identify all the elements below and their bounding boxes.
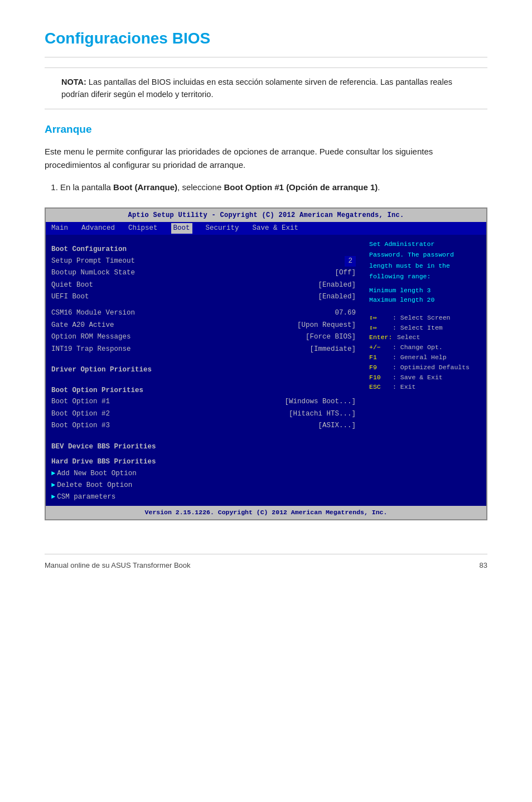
bios-menu-chipset[interactable]: Chipset — [128, 223, 158, 234]
bios-row-boot-config: Boot Configuration — [51, 244, 356, 255]
bios-body: Boot Configuration Setup Prompt Timeout … — [46, 235, 486, 503]
bios-row-csm16: CSM16 Module Version 07.69 — [51, 307, 356, 319]
bios-hard-drive: Hard Drive BBS Priorities — [51, 457, 356, 467]
bios-menu-save-exit[interactable]: Save & Exit — [253, 223, 299, 234]
note-text: Las pantallas del BIOS incluidas en esta… — [61, 78, 452, 99]
bios-row-setup-prompt[interactable]: Setup Prompt Timeout 2 — [51, 255, 356, 267]
bios-help-max: Maximum length 20 — [369, 295, 481, 305]
bios-right-column: Set Administrator Password. The password… — [364, 239, 486, 503]
footer-left: Manual online de su ASUS Transformer Boo… — [45, 560, 191, 571]
bios-row-gate-a20[interactable]: Gate A20 Active [Upon Request] — [51, 320, 356, 331]
note-box: NOTA: Las pantallas del BIOS incluidas e… — [45, 67, 487, 109]
bios-row-int19[interactable]: INT19 Trap Response [Immediate] — [51, 344, 356, 355]
section-body: Este menu le permite configurar las prio… — [45, 145, 487, 172]
bios-legend-esc: ESC : Exit — [369, 382, 481, 392]
step1-text: En la pantalla — [60, 182, 113, 192]
step1-mid: , seleccione — [177, 182, 224, 192]
bios-legend-select-item: ⇕⇔ : Select Item — [369, 323, 481, 333]
bios-legend-change: +/− : Change Opt. — [369, 342, 481, 352]
step1-end: . — [378, 182, 380, 192]
bios-row-driver-priorities: Driver Option Priorities — [51, 365, 356, 375]
bios-row-quiet-boot[interactable]: Quiet Boot [Enabled] — [51, 279, 356, 291]
bios-row-boot-priorities: Boot Option Priorities — [51, 385, 356, 396]
bios-help-title: Set Administrator — [369, 239, 481, 249]
bios-row-boot-opt3[interactable]: Boot Option #3 [ASIX...] — [51, 420, 356, 432]
step1-bold1: Boot (Arranque) — [113, 182, 177, 192]
bios-row-boot-opt1[interactable]: Boot Option #1 [Windows Boot...] — [51, 396, 356, 408]
numbered-list: En la pantalla Boot (Arranque), seleccio… — [45, 181, 487, 194]
bios-footer: Version 2.15.1226. Copyright (C) 2012 Am… — [46, 506, 486, 519]
bios-help-line1: Password. The password — [369, 250, 481, 259]
section-title: Arranque — [45, 122, 487, 138]
bios-legend-f10: F10 : Save & Exit — [369, 373, 481, 383]
bios-legend: ⇕⇔ : Select Screen ⇕⇔ : Select Item Ente… — [369, 313, 481, 393]
bios-delete-boot[interactable]: ► Delete Boot Option — [51, 480, 356, 491]
bios-left-column: Boot Configuration Setup Prompt Timeout … — [46, 239, 364, 503]
bios-menu-security[interactable]: Security — [206, 223, 239, 234]
bios-row-option-rom[interactable]: Option ROM Messages [Force BIOS] — [51, 331, 356, 343]
bios-legend-f9: F9 : Optimized Defaults — [369, 363, 481, 373]
footer-right: 83 — [480, 560, 487, 571]
bios-menu-bar: Main Advanced Chipset Boot Security Save… — [46, 222, 486, 235]
note-label: NOTA: — [61, 78, 86, 86]
bios-row-numlock[interactable]: Bootup NumLock State [Off] — [51, 267, 356, 279]
step1-bold2: Boot Option #1 (Opción de arranque 1) — [224, 182, 378, 192]
bios-legend-enter: Enter: Select — [369, 332, 481, 342]
list-item-1: En la pantalla Boot (Arranque), seleccio… — [60, 181, 487, 194]
page-footer: Manual online de su ASUS Transformer Boo… — [45, 554, 487, 571]
bios-bev-device: BEV Device BBS Priorities — [51, 442, 356, 452]
bios-menu-advanced[interactable]: Advanced — [81, 223, 115, 234]
bios-row-uefi-boot[interactable]: UEFI Boot [Enabled] — [51, 291, 356, 303]
bios-help-min: Minimum length 3 — [369, 286, 481, 295]
bios-legend-select-screen: ⇕⇔ : Select Screen — [369, 313, 481, 323]
bios-row-boot-opt2[interactable]: Boot Option #2 [Hitachi HTS...] — [51, 408, 356, 420]
bios-title-bar: Aptio Setup Utility - Copyright (C) 2012… — [46, 209, 486, 222]
bios-csm-parameters[interactable]: ► CSM parameters — [51, 491, 356, 503]
bios-help-line3: following range: — [369, 272, 481, 281]
bios-legend-f1: F1 : General Help — [369, 352, 481, 363]
bios-screen: Aptio Setup Utility - Copyright (C) 2012… — [45, 207, 487, 520]
bios-menu-boot[interactable]: Boot — [171, 223, 192, 234]
bios-add-new-boot[interactable]: ► Add New Boot Option — [51, 468, 356, 480]
bios-menu-main[interactable]: Main — [51, 223, 68, 234]
page-title: Configuraciones BIOS — [45, 27, 487, 57]
bios-help-line2: length must be in the — [369, 261, 481, 270]
